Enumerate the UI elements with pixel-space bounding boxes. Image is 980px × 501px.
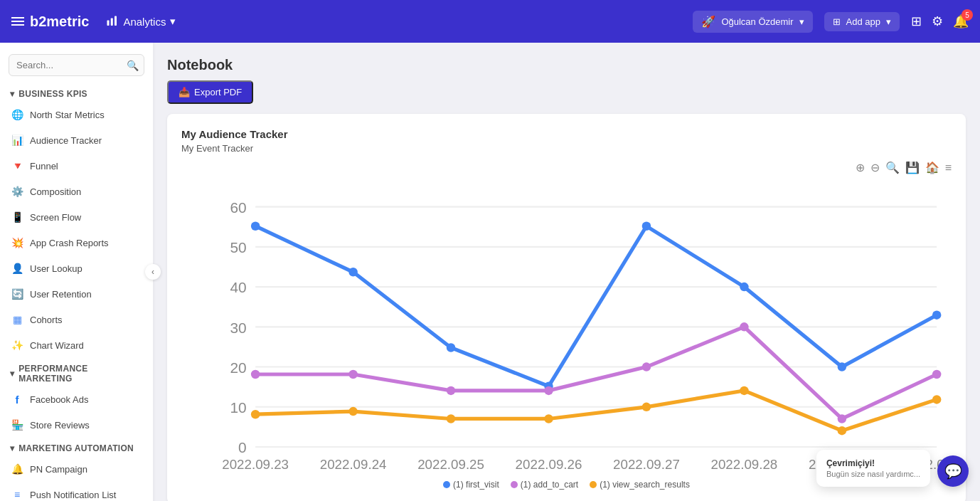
crash-icon: 💥 [10, 236, 24, 250]
user-lookup-icon: 👤 [10, 261, 24, 275]
svg-rect-2 [114, 16, 117, 26]
chat-bubble-button[interactable]: 💬 [937, 455, 969, 487]
sidebar-item-pn-campaign[interactable]: 🔔 PN Campaign [0, 456, 153, 482]
sidebar-item-chart-wizard[interactable]: ✨ Chart Wizard [0, 332, 153, 358]
svg-point-30 [740, 283, 748, 291]
svg-point-41 [251, 410, 260, 418]
sidebar-item-store-reviews[interactable]: 🏪 Store Reviews [0, 412, 153, 438]
user-dropdown[interactable]: 🚀 Oğulcan Özdemir ▾ [693, 11, 812, 33]
sidebar-item-push-notification-list[interactable]: ≡ Push Notification List [0, 482, 153, 501]
svg-text:2022.09.24: 2022.09.24 [320, 457, 387, 472]
sidebar-item-cohorts[interactable]: ▦ Cohorts [0, 307, 153, 332]
svg-text:30: 30 [230, 320, 246, 336]
body-layout: 🔍 ▾ Business KPIS 🌐 North Star Metrics 📊… [0, 43, 980, 501]
sidebar-item-label: Facebook Ads [30, 394, 88, 405]
user-arrow-icon: ▾ [799, 16, 804, 27]
chat-widget: Çevrimiçiyi! Bugün size nasıl yardımc... [816, 450, 930, 487]
settings-icon[interactable]: ⚙ [932, 14, 943, 29]
svg-text:2022.09.25: 2022.09.25 [417, 457, 484, 472]
sidebar-item-north-star[interactable]: 🌐 North Star Metrics [0, 102, 153, 127]
sidebar-item-user-retention[interactable]: 🔄 User Retention [0, 281, 153, 307]
sidebar-item-label: User Lookup [30, 263, 82, 274]
sidebar-item-label: North Star Metrics [30, 110, 105, 120]
add-app-label: Add app [846, 16, 880, 27]
sidebar-item-composition[interactable]: ⚙️ Composition [0, 179, 153, 204]
sidebar-item-app-crash[interactable]: 💥 App Crash Reports [0, 230, 153, 255]
svg-point-33 [251, 370, 260, 379]
svg-point-27 [447, 343, 455, 352]
database-icon[interactable]: ⊞ [911, 14, 922, 29]
add-app-dropdown[interactable]: ⊞ Add app ▾ [824, 12, 900, 31]
search-field-wrap: 🔍 [9, 54, 144, 76]
user-name: Oğulcan Özdemir [721, 16, 793, 27]
svg-point-37 [642, 362, 651, 371]
svg-point-34 [348, 370, 357, 379]
svg-text:2022.09.27: 2022.09.27 [613, 457, 680, 472]
svg-point-29 [642, 221, 651, 230]
chart-wizard-icon: ✨ [10, 338, 24, 352]
svg-point-42 [348, 407, 357, 416]
legend-add-to-cart: (1) add_to_cart [511, 480, 578, 490]
sidebar-item-audience-tracker[interactable]: 📊 Audience Tracker [0, 127, 153, 153]
download-icon[interactable]: 💾 [905, 161, 920, 174]
search-input[interactable] [9, 54, 144, 76]
logo-area: b2metric [11, 14, 89, 30]
zoom-in-icon[interactable]: ⊕ [856, 161, 865, 174]
list-icon: ≡ [10, 487, 24, 501]
search-wrap: 🔍 [0, 50, 153, 83]
svg-point-39 [838, 414, 846, 423]
sidebar-item-label: Push Notification List [30, 490, 116, 500]
export-pdf-button[interactable]: 📥 Export PDF [167, 80, 253, 104]
svg-point-43 [447, 414, 455, 423]
cohorts-icon: ▦ [10, 312, 24, 327]
svg-point-36 [544, 386, 553, 395]
retention-icon: 🔄 [10, 287, 24, 301]
notifications-icon[interactable]: 🔔 5 [953, 14, 969, 29]
magnify-icon[interactable]: 🔍 [885, 161, 900, 174]
sidebar-item-facebook-ads[interactable]: f Facebook Ads [0, 386, 153, 412]
legend-dot-add-to-cart [511, 481, 518, 488]
svg-point-45 [642, 403, 651, 411]
sidebar-item-label: User Retention [30, 289, 92, 300]
section-performance-marketing[interactable]: ▾ Performance Marketing [0, 358, 153, 386]
legend-view-search: (1) view_search_results [590, 480, 690, 490]
legend-first-visit: (1) first_visit [443, 480, 499, 490]
event-tracker-chart: 60 50 40 30 20 10 0 2022.09.23 2022.09.2… [181, 177, 952, 474]
chevron-down-icon: ▾ [10, 89, 14, 99]
section-marketing-automation[interactable]: ▾ Marketing Automation [0, 438, 153, 456]
bell-icon: 🔔 [10, 462, 24, 476]
svg-point-48 [932, 395, 941, 404]
sidebar-item-screen-flow[interactable]: 📱 Screen Flow [0, 204, 153, 230]
sidebar-item-user-lookup[interactable]: 👤 User Lookup [0, 255, 153, 281]
svg-point-31 [838, 362, 846, 371]
legend-label-first-visit: (1) first_visit [453, 480, 499, 490]
audience-tracker-title: My Audience Tracker [181, 128, 952, 140]
store-icon: 🏪 [10, 418, 24, 432]
top-navigation: b2metric Analytics ▾ 🚀 Oğulcan Özdemir ▾… [0, 0, 980, 43]
notification-badge: 5 [962, 9, 973, 21]
zoom-out-icon[interactable]: ⊖ [870, 161, 880, 174]
analytics-arrow-icon: ▾ [170, 15, 176, 28]
facebook-icon: f [10, 392, 24, 406]
sidebar-item-label: Chart Wizard [30, 340, 84, 351]
legend-dot-view-search [590, 481, 597, 488]
svg-point-25 [251, 221, 260, 230]
svg-text:10: 10 [230, 399, 246, 416]
svg-text:2022.09.28: 2022.09.28 [711, 457, 778, 472]
svg-text:0: 0 [238, 439, 247, 455]
analytics-dropdown[interactable]: Analytics ▾ [100, 12, 181, 31]
logo-text: b2metric [30, 14, 89, 30]
svg-point-46 [740, 386, 748, 395]
sidebar-item-label: PN Campaign [30, 464, 87, 475]
sidebar-collapse-button[interactable]: ‹ [145, 264, 161, 280]
section-business-kpis[interactable]: ▾ Business KPIS [0, 83, 153, 102]
sidebar-item-label: Screen Flow [30, 212, 81, 223]
hamburger-menu[interactable] [11, 17, 24, 26]
menu-icon[interactable]: ≡ [945, 162, 952, 174]
sidebar-item-funnel[interactable]: 🔻 Funnel [0, 153, 153, 179]
section-label: Performance Marketing [18, 364, 143, 384]
home-icon[interactable]: 🏠 [925, 161, 939, 174]
chart-toolbar: ⊕ ⊖ 🔍 💾 🏠 ≡ [181, 161, 952, 174]
svg-point-44 [544, 414, 553, 423]
chevron-down-icon: ▾ [10, 369, 14, 379]
